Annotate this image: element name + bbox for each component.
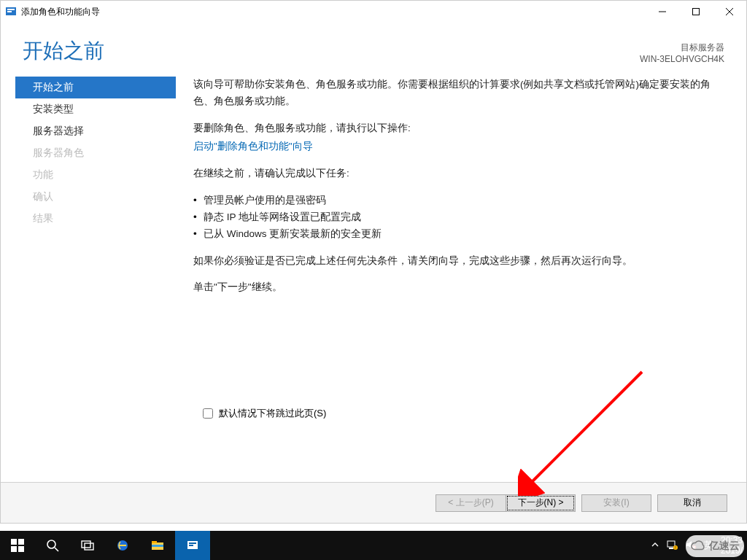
tasks-intro: 在继续之前，请确认完成以下任务: — [193, 166, 724, 182]
svg-rect-15 — [85, 543, 93, 550]
close-button[interactable] — [713, 1, 746, 23]
sidebar-item-features: 功能 — [15, 164, 176, 186]
skip-page-checkbox[interactable] — [203, 408, 213, 419]
install-button: 安装(I) — [581, 494, 651, 512]
minimize-button[interactable] — [646, 1, 679, 23]
content-pane: 该向导可帮助你安装角色、角色服务或功能。你需要根据组织的计算要求(例如共享文档或… — [176, 72, 746, 482]
cancel-button[interactable]: 取消 — [657, 494, 727, 512]
svg-rect-23 — [667, 541, 675, 547]
svg-rect-8 — [11, 539, 17, 545]
previous-button: < 上一步(P) — [436, 494, 506, 512]
wizard-sidebar: 开始之前 安装类型 服务器选择 服务器角色 功能 确认 结果 — [15, 72, 176, 482]
sidebar-item-before-you-begin[interactable]: 开始之前 — [15, 77, 176, 98]
watermark-text: 亿速云 — [709, 540, 740, 553]
target-server-box: 目标服务器 WIN-3ELOHVGCH4K — [640, 37, 724, 64]
svg-rect-24 — [669, 548, 673, 549]
file-explorer-icon[interactable] — [140, 531, 175, 560]
continue-paragraph: 单击"下一步"继续。 — [193, 279, 724, 296]
app-icon — [5, 6, 17, 18]
next-button[interactable]: 下一步(N) > — [506, 494, 576, 512]
header: 开始之前 目标服务器 WIN-3ELOHVGCH4K — [1, 23, 746, 72]
tray-chevron-up-icon[interactable] — [651, 540, 659, 551]
watermark: 亿速云 — [686, 535, 744, 557]
svg-text:!: ! — [675, 545, 676, 550]
svg-line-13 — [55, 548, 58, 551]
intro-paragraph: 该向导可帮助你安装角色、角色服务或功能。你需要根据组织的计算要求(例如共享文档或… — [193, 77, 724, 110]
sidebar-item-server-selection[interactable]: 服务器选择 — [15, 120, 176, 142]
start-button[interactable] — [0, 531, 35, 560]
svg-rect-22 — [189, 545, 193, 546]
remove-roles-link[interactable]: 启动"删除角色和功能"向导 — [193, 141, 313, 152]
maximize-button[interactable] — [679, 1, 713, 23]
svg-rect-14 — [82, 541, 90, 548]
svg-rect-1 — [7, 9, 15, 10]
server-manager-icon[interactable] — [175, 531, 210, 560]
svg-rect-10 — [11, 546, 17, 552]
titlebar: 添加角色和功能向导 — [1, 1, 746, 23]
prerequisite-list: 管理员帐户使用的是强密码 静态 IP 地址等网络设置已配置完成 已从 Windo… — [193, 192, 724, 243]
skip-page-label: 默认情况下将跳过此页(S) — [219, 407, 326, 420]
svg-rect-11 — [18, 546, 24, 552]
target-label: 目标服务器 — [640, 42, 724, 54]
skip-page-row: 默认情况下将跳过此页(S) — [203, 407, 326, 420]
wizard-window: 添加角色和功能向导 开始之前 目标服务器 WIN-3ELOHVGCH4K 开始之… — [0, 0, 747, 524]
sidebar-item-server-roles: 服务器角色 — [15, 142, 176, 164]
list-item: 静态 IP 地址等网络设置已配置完成 — [193, 209, 724, 226]
svg-rect-4 — [693, 9, 700, 15]
svg-rect-2 — [7, 11, 12, 12]
sidebar-item-install-type[interactable]: 安装类型 — [15, 98, 176, 120]
list-item: 已从 Windows 更新安装最新的安全更新 — [193, 226, 724, 243]
page-title: 开始之前 — [23, 37, 640, 65]
sidebar-item-confirm: 确认 — [15, 186, 176, 208]
svg-rect-19 — [152, 545, 163, 547]
list-item: 管理员帐户使用的是强密码 — [193, 192, 724, 209]
svg-rect-18 — [152, 541, 157, 543]
network-icon[interactable]: ! — [666, 539, 678, 553]
search-icon[interactable] — [35, 531, 70, 560]
taskbar[interactable]: ! 英 20:33 2019/ — [0, 531, 747, 560]
verify-paragraph: 如果你必须验证是否已完成上述任何先决条件，请关闭向导，完成这些步骤，然后再次运行… — [193, 253, 724, 270]
task-view-icon[interactable] — [70, 531, 105, 560]
remove-intro: 要删除角色、角色服务或功能，请执行以下操作: — [193, 120, 724, 137]
ie-icon[interactable] — [105, 531, 140, 560]
sidebar-item-results: 结果 — [15, 208, 176, 230]
target-value: WIN-3ELOHVGCH4K — [640, 54, 724, 64]
window-title: 添加角色和功能向导 — [21, 6, 100, 18]
wizard-footer: < 上一步(P) 下一步(N) > 安装(I) 取消 — [1, 482, 746, 523]
svg-rect-21 — [189, 542, 196, 544]
svg-rect-9 — [18, 539, 24, 545]
svg-point-12 — [47, 540, 55, 548]
